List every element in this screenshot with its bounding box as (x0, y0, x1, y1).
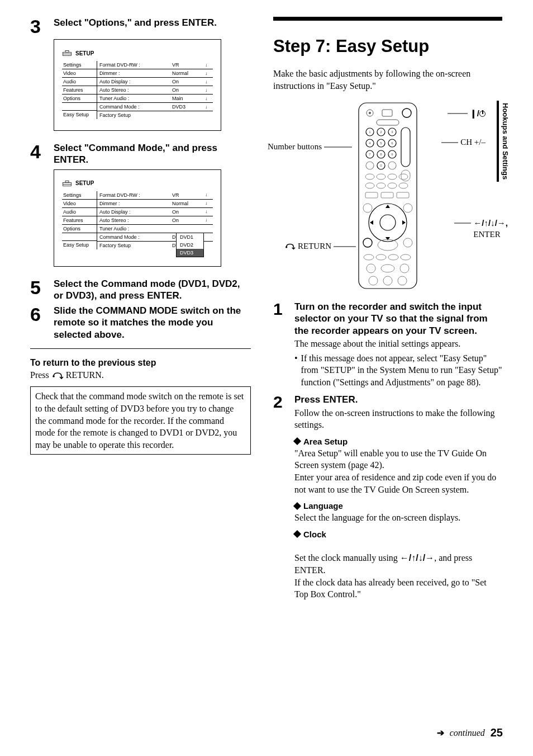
svg-point-62 (369, 276, 378, 285)
right-column: Step 7: Easy Setup Make the basic adjust… (273, 17, 502, 603)
svg-rect-4 (65, 181, 69, 182)
return-icon (284, 243, 296, 251)
step-title: Select "Options," and press ENTER. (54, 17, 217, 29)
step-bullet: • If this message does not appear, selec… (294, 352, 502, 389)
command-mode-dropdown: DVD1 DVD2 DVD3 (176, 233, 204, 257)
label-ch: CH +/– (441, 138, 486, 147)
setup-screenshot-1: SETUP Settings Video Audio Features Opti… (54, 39, 221, 131)
language-body: Select the language for the on-screen di… (294, 512, 502, 524)
svg-point-53 (403, 238, 412, 247)
svg-rect-47 (397, 192, 409, 198)
svg-point-49 (380, 215, 396, 230)
return-heading: To return to the previous step (30, 358, 251, 368)
svg-point-59 (367, 264, 375, 273)
step-number: 4 (30, 142, 49, 161)
svg-rect-46 (381, 192, 393, 198)
svg-point-60 (381, 264, 394, 272)
setup-menu: Settings Video Audio Features Options Ea… (62, 61, 97, 119)
svg-rect-7 (359, 103, 417, 289)
step-title: Select "Command Mode," and press ENTER. (54, 142, 251, 166)
step-body: Follow the on-screen instructions to mak… (294, 407, 502, 431)
right-step-2: 2 Press ENTER. Follow the on-screen inst… (273, 394, 502, 600)
right-step-1: 1 Turn on the recorder and switch the in… (273, 301, 502, 388)
toolbox-icon (62, 180, 72, 187)
svg-point-52 (363, 238, 372, 247)
label-number-buttons: Number buttons (268, 142, 352, 152)
return-icon (51, 372, 64, 380)
svg-point-11 (402, 108, 411, 117)
svg-point-50 (363, 204, 372, 212)
svg-text:6: 6 (391, 141, 393, 145)
svg-text:5: 5 (380, 141, 382, 145)
svg-point-44 (399, 183, 408, 188)
svg-text:8: 8 (380, 153, 382, 156)
step-body: The message about the initial settings a… (294, 338, 502, 350)
svg-rect-1 (65, 51, 69, 53)
svg-point-6 (53, 375, 55, 377)
step-3: 3 Select "Options," and press ENTER. (30, 17, 251, 36)
svg-text:4: 4 (369, 141, 371, 145)
step-4: 4 Select "Command Mode," and press ENTER… (30, 142, 251, 166)
svg-point-63 (383, 276, 392, 285)
svg-point-40 (399, 174, 408, 179)
step-number: 1 (273, 301, 290, 318)
svg-rect-35 (401, 127, 410, 167)
svg-point-66 (285, 246, 287, 248)
step-title: Select the Command mode (DVD1, DVD2, or … (54, 278, 251, 302)
step-title: Turn on the recorder and switch the inpu… (294, 301, 502, 337)
svg-point-54 (378, 239, 398, 251)
svg-text:3: 3 (391, 130, 393, 134)
setup-header: SETUP (62, 50, 213, 56)
svg-text:7: 7 (369, 153, 371, 156)
svg-text:0: 0 (380, 164, 382, 167)
return-body: Press RETURN. (30, 369, 251, 381)
svg-text:9: 9 (391, 153, 393, 156)
svg-point-24 (388, 162, 396, 169)
clock-heading: Clock (294, 530, 502, 539)
language-heading: Language (294, 501, 502, 511)
footer: ➔ continued 25 (437, 726, 503, 739)
svg-text:1: 1 (369, 130, 371, 134)
label-arrows-enter: ←/↑/↓/→, ENTER (454, 218, 508, 239)
step-title: Slide the COMMAND MODE switch on the rem… (54, 305, 251, 341)
svg-point-43 (388, 183, 397, 188)
svg-point-9 (369, 112, 371, 114)
step-number: 3 (30, 17, 49, 36)
step-6: 6 Slide the COMMAND MODE switch on the r… (30, 305, 251, 341)
intro-text: Make the basic adjustments by following … (273, 68, 502, 92)
svg-point-22 (366, 162, 374, 169)
area-setup-heading: Area Setup (294, 437, 502, 446)
svg-point-51 (403, 204, 412, 212)
step-title: Press ENTER. (294, 394, 502, 405)
label-return: RETURN (284, 242, 356, 251)
svg-point-41 (365, 183, 374, 188)
step-number: 2 (273, 394, 290, 410)
svg-point-55 (364, 254, 374, 260)
page-number: 25 (491, 726, 503, 739)
svg-rect-45 (365, 192, 378, 198)
svg-point-61 (400, 264, 409, 273)
svg-point-37 (365, 174, 374, 179)
svg-text:2: 2 (380, 130, 382, 134)
step-number: 5 (30, 278, 49, 297)
clock-body: Set the clock manually using ←/↑/↓/→, an… (294, 540, 502, 601)
svg-point-57 (388, 254, 398, 260)
setup-screenshot-2: SETUP Settings Video Audio Features Opti… (54, 169, 221, 267)
svg-rect-12 (377, 120, 399, 125)
toolbox-icon (62, 50, 72, 56)
svg-point-64 (398, 276, 407, 285)
page-heading: Step 7: Easy Setup (273, 36, 502, 56)
svg-point-42 (377, 183, 386, 188)
svg-point-39 (388, 174, 397, 179)
left-column: 3 Select "Options," and press ENTER. SET… (30, 17, 251, 603)
svg-rect-10 (382, 110, 392, 116)
svg-point-38 (377, 174, 386, 179)
note-box: Check that the command mode switch on th… (30, 386, 251, 455)
svg-point-48 (369, 204, 407, 242)
step-5: 5 Select the Command mode (DVD1, DVD2, o… (30, 278, 251, 302)
remote-icon: 123 456 789 0 (354, 101, 421, 291)
label-power: ❙/ (448, 108, 486, 119)
svg-point-56 (376, 254, 386, 260)
step-number: 6 (30, 305, 49, 324)
remote-diagram: 123 456 789 0 (273, 101, 502, 291)
